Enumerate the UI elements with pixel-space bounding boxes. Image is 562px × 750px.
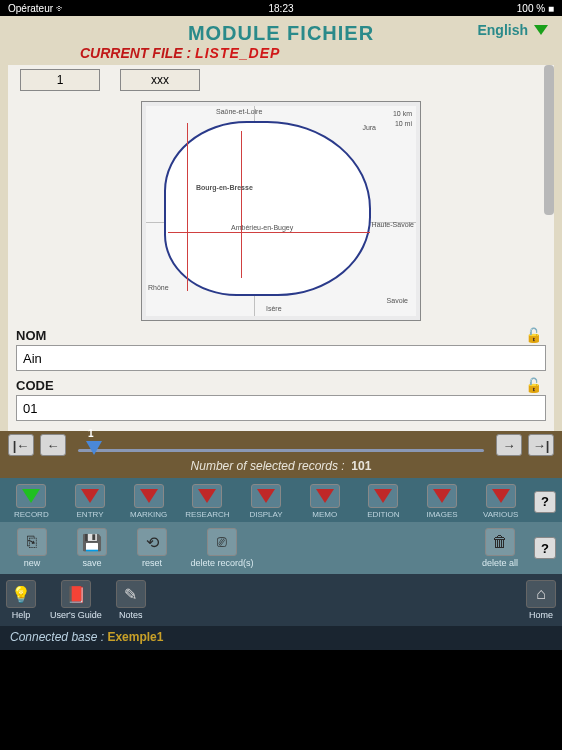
- tab-memo[interactable]: MEMO: [299, 484, 350, 519]
- nom-field[interactable]: [16, 345, 546, 371]
- map-label: Bourg-en-Bresse: [196, 184, 253, 191]
- carrier-label: Opérateur ᯤ: [8, 3, 190, 14]
- triangle-down-icon: [316, 489, 334, 503]
- field-box-1[interactable]: 1: [20, 69, 100, 91]
- map-label: Savoie: [387, 297, 408, 304]
- tab-display[interactable]: DISPLAY: [241, 484, 292, 519]
- triangle-down-icon: [22, 489, 40, 503]
- triangle-down-icon: [433, 489, 451, 503]
- footer-status: Connected base : Exemple1: [0, 626, 562, 650]
- map-scale: 10 km: [393, 110, 412, 117]
- current-file-label: CURRENT FILE :: [80, 45, 191, 61]
- reset-button[interactable]: ⟲ reset: [126, 528, 178, 568]
- save-button[interactable]: 💾 save: [66, 528, 118, 568]
- reset-icon: ⟲: [137, 528, 167, 556]
- prev-button[interactable]: ←: [40, 434, 66, 456]
- chevron-down-icon: [534, 25, 548, 35]
- page-title: MODULE FICHIER: [10, 22, 552, 45]
- map-label: Ambérieu-en-Bugey: [231, 224, 293, 231]
- field-label-nom: NOM: [16, 328, 46, 343]
- slider-thumb-icon[interactable]: [86, 441, 102, 455]
- home-nav[interactable]: ⌂ Home: [526, 580, 556, 620]
- triangle-down-icon: [81, 489, 99, 503]
- delete-icon: ⎚: [207, 528, 237, 556]
- status-bar: Opérateur ᯤ 18:23 100 % ■: [0, 0, 562, 16]
- bulb-icon: 💡: [6, 580, 36, 608]
- scrollbar[interactable]: [544, 65, 554, 215]
- current-file: CURRENT FILE : LISTE_DEP: [10, 45, 552, 61]
- language-label: English: [477, 22, 528, 38]
- map-label: Rhône: [148, 284, 169, 291]
- new-button[interactable]: ⎘ new: [6, 528, 58, 568]
- tab-research[interactable]: RESEARCH: [182, 484, 233, 519]
- triangle-down-icon: [140, 489, 158, 503]
- home-icon: ⌂: [526, 580, 556, 608]
- map-image[interactable]: Saône-et-Loire Jura Bourg-en-Bresse Ambé…: [141, 101, 421, 321]
- status-battery: 100 % ■: [372, 3, 554, 14]
- first-button[interactable]: |←: [8, 434, 34, 456]
- map-scale: 10 mi: [395, 120, 412, 127]
- new-icon: ⎘: [17, 528, 47, 556]
- map-label: Haute-Savoie: [372, 221, 414, 228]
- unlock-icon[interactable]: 🔓: [525, 327, 542, 343]
- map-label: Saône-et-Loire: [216, 108, 262, 115]
- help-button[interactable]: ?: [534, 537, 556, 559]
- triangle-down-icon: [374, 489, 392, 503]
- triangle-down-icon: [492, 489, 510, 503]
- tab-record[interactable]: RECORD: [6, 484, 57, 519]
- field-label-code: CODE: [16, 378, 54, 393]
- triangle-down-icon: [257, 489, 275, 503]
- tab-marking[interactable]: MARKING: [123, 484, 174, 519]
- slider-position: 1: [88, 428, 94, 439]
- help-button[interactable]: ?: [534, 491, 556, 513]
- form-area: 1 xxx Saône-et-Loire Jura Bourg-en-Bress…: [8, 65, 554, 431]
- tab-edition[interactable]: EDITION: [358, 484, 409, 519]
- help-nav[interactable]: 💡 Help: [6, 580, 36, 620]
- book-icon: 📕: [61, 580, 91, 608]
- tab-entry[interactable]: ENTRY: [65, 484, 116, 519]
- map-label: Jura: [362, 124, 376, 131]
- tab-various[interactable]: VARIOUS: [475, 484, 526, 519]
- language-selector[interactable]: English: [477, 22, 548, 38]
- notes-nav[interactable]: ✎ Notes: [116, 580, 146, 620]
- triangle-down-icon: [198, 489, 216, 503]
- bottom-bar: 💡 Help 📕 User's Guide ✎ Notes ⌂ Home: [0, 574, 562, 626]
- tab-bar: RECORD ENTRY MARKING RESEARCH DISPLAY ME…: [0, 478, 562, 522]
- delete-all-button[interactable]: 🗑 delete all: [474, 528, 526, 568]
- status-time: 18:23: [190, 3, 372, 14]
- last-button[interactable]: →|: [528, 434, 554, 456]
- next-button[interactable]: →: [496, 434, 522, 456]
- map-label: Isère: [266, 305, 282, 312]
- delete-records-button[interactable]: ⎚ delete record(s): [186, 528, 258, 568]
- action-bar: ⎘ new 💾 save ⟲ reset ⎚ delete record(s) …: [0, 522, 562, 574]
- delete-all-icon: 🗑: [485, 528, 515, 556]
- tab-images[interactable]: IMAGES: [417, 484, 468, 519]
- users-guide-nav[interactable]: 📕 User's Guide: [50, 580, 102, 620]
- code-field[interactable]: [16, 395, 546, 421]
- unlock-icon[interactable]: 🔓: [525, 377, 542, 393]
- notes-icon: ✎: [116, 580, 146, 608]
- current-file-value: LISTE_DEP: [195, 45, 280, 61]
- record-count: Number of selected records : 101: [0, 459, 562, 478]
- save-icon: 💾: [77, 528, 107, 556]
- field-box-2[interactable]: xxx: [120, 69, 200, 91]
- record-slider[interactable]: 1: [78, 435, 484, 455]
